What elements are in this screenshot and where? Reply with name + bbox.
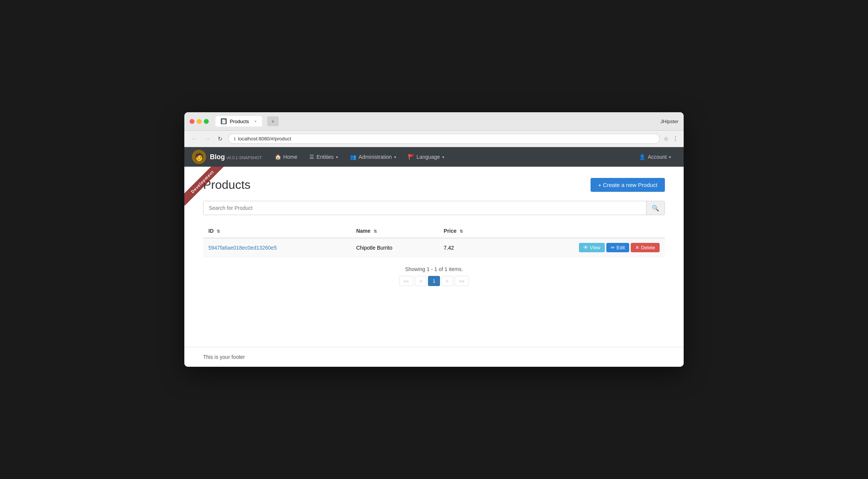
search-button[interactable]: 🔍 — [646, 201, 665, 215]
col-id-label: ID — [208, 228, 214, 234]
browser-addressbar: ← → ↻ ℹ localhost:8080/#/product ☆ ⋮ — [184, 131, 684, 147]
table-body: 5947fa6ae018ec0ed13260e5 Chipotle Burrit… — [203, 238, 665, 257]
browser-menu-button[interactable]: ⋮ — [672, 135, 678, 142]
delete-button[interactable]: ✕ Delete — [631, 243, 660, 252]
products-table: ID ⇅ Name ⇅ Price ⇅ 5947fa6ae — [203, 224, 665, 257]
search-bar: 🔍 — [203, 201, 665, 215]
nav-right: 👤 Account ▾ — [634, 148, 676, 166]
view-button[interactable]: 👁 View — [579, 243, 605, 252]
current-page-button[interactable]: 1 — [428, 276, 440, 286]
view-icon: 👁 — [583, 245, 588, 250]
search-input[interactable] — [203, 201, 646, 215]
nav-entities[interactable]: ☰ Entities ▾ — [304, 148, 343, 166]
brand-version: v0.0.1-SNAPSHOT — [226, 155, 262, 160]
edit-icon: ✏ — [611, 245, 615, 250]
cell-name: Chipotle Burrito — [351, 238, 439, 257]
minimize-button[interactable] — [197, 119, 202, 124]
brand-name[interactable]: Blog — [210, 153, 225, 161]
col-price[interactable]: Price ⇅ — [439, 224, 494, 238]
address-bar[interactable]: ℹ localhost:8080/#/product — [228, 134, 660, 144]
product-id-link[interactable]: 5947fa6ae018ec0ed13260e5 — [208, 245, 277, 251]
col-price-sort-icon[interactable]: ⇅ — [460, 229, 463, 233]
dev-badge: Development — [184, 167, 229, 212]
nav-home[interactable]: 🏠 Home — [270, 148, 303, 166]
window-controls — [190, 119, 209, 124]
account-icon: 👤 — [639, 154, 645, 160]
app-footer: This is your footer — [184, 347, 684, 367]
cell-id: 5947fa6ae018ec0ed13260e5 — [203, 238, 351, 257]
brand-info: Blog v0.0.1-SNAPSHOT — [210, 153, 262, 161]
col-actions — [494, 224, 665, 238]
action-buttons: 👁 View ✏ Edit ✕ Delete — [499, 243, 660, 252]
account-label: Account — [648, 154, 667, 160]
language-caret: ▾ — [442, 155, 444, 159]
language-label: Language — [417, 154, 440, 160]
app-content: Development Products + Create a new Prod… — [184, 167, 684, 347]
footer-text: This is your footer — [203, 354, 245, 360]
brand-avatar: 🧑 — [192, 150, 206, 164]
entities-label: Entities — [316, 154, 334, 160]
jhipster-label: JHipster — [660, 119, 678, 124]
close-button[interactable] — [190, 119, 194, 124]
first-page-button[interactable]: «« — [399, 276, 413, 286]
tab-close-icon[interactable]: × — [254, 119, 256, 124]
tab-favicon: 📄 — [221, 118, 227, 124]
maximize-button[interactable] — [204, 119, 209, 124]
next-page-button[interactable]: » — [442, 276, 453, 286]
dev-badge-text: Development — [184, 167, 226, 206]
nav-account[interactable]: 👤 Account ▾ — [634, 148, 676, 166]
admin-caret: ▾ — [394, 155, 396, 159]
active-tab[interactable]: 📄 Products × — [215, 116, 262, 127]
admin-icon: 👥 — [350, 154, 356, 160]
secure-icon: ℹ — [234, 136, 236, 142]
tab-title: Products — [230, 119, 249, 124]
last-page-button[interactable]: »» — [455, 276, 469, 286]
back-button[interactable]: ← — [190, 135, 199, 143]
reload-button[interactable]: ↻ — [216, 135, 225, 143]
table-row: 5947fa6ae018ec0ed13260e5 Chipotle Burrit… — [203, 238, 665, 257]
pagination-section: Showing 1 - 1 of 1 items. «« « 1 » »» — [203, 266, 665, 286]
admin-label: Administration — [359, 154, 392, 160]
address-url: localhost:8080/#/product — [238, 136, 291, 142]
language-icon: 🚩 — [408, 154, 414, 160]
account-caret: ▾ — [669, 155, 671, 159]
brand-section: 🧑 Blog v0.0.1-SNAPSHOT — [192, 150, 262, 164]
browser-titlebar: 📄 Products × + JHipster — [184, 112, 684, 131]
home-label: Home — [283, 154, 297, 160]
nav-administration[interactable]: 👥 Administration ▾ — [345, 148, 401, 166]
nav-language[interactable]: 🚩 Language ▾ — [403, 148, 449, 166]
forward-button[interactable]: → — [203, 135, 212, 143]
col-name-label: Name — [356, 228, 371, 234]
col-price-label: Price — [444, 228, 457, 234]
cell-price: 7.42 — [439, 238, 494, 257]
prev-page-button[interactable]: « — [415, 276, 426, 286]
app-navbar: 🧑 Blog v0.0.1-SNAPSHOT 🏠 Home ☰ Entities… — [184, 147, 684, 167]
new-tab-button[interactable]: + — [267, 116, 279, 126]
col-name[interactable]: Name ⇅ — [351, 224, 439, 238]
page-header: Products + Create a new Product — [203, 178, 665, 192]
pagination-info: Showing 1 - 1 of 1 items. — [203, 266, 665, 272]
browser-window: 📄 Products × + JHipster ← → ↻ ℹ localhos… — [184, 112, 684, 367]
bookmark-button[interactable]: ☆ — [663, 135, 669, 142]
entities-icon: ☰ — [309, 154, 314, 160]
pagination-controls: «« « 1 » »» — [203, 276, 665, 286]
delete-icon: ✕ — [635, 245, 639, 250]
entities-caret: ▾ — [336, 155, 338, 159]
col-id[interactable]: ID ⇅ — [203, 224, 351, 238]
home-icon: 🏠 — [275, 154, 281, 160]
col-name-sort-icon[interactable]: ⇅ — [374, 229, 377, 233]
edit-button[interactable]: ✏ Edit — [606, 243, 629, 252]
create-product-button[interactable]: + Create a new Product — [591, 178, 665, 192]
col-id-sort-icon[interactable]: ⇅ — [217, 229, 220, 233]
cell-actions: 👁 View ✏ Edit ✕ Delete — [494, 238, 665, 257]
nav-items: 🏠 Home ☰ Entities ▾ 👥 Administration ▾ 🚩… — [270, 148, 634, 166]
table-header: ID ⇅ Name ⇅ Price ⇅ — [203, 224, 665, 238]
